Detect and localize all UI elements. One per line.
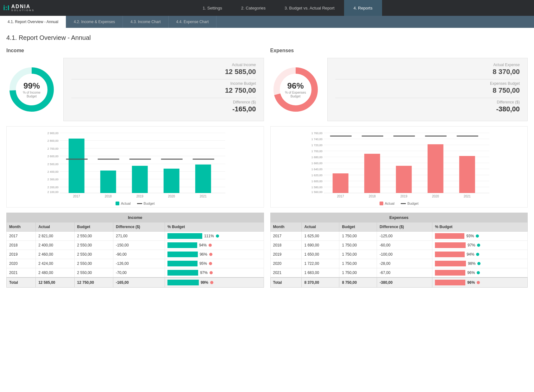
nav-tab-categories[interactable]: 2. Categories	[232, 0, 275, 16]
sub-tab-expense-chart[interactable]: 4.4. Expense Chart	[169, 16, 217, 28]
svg-text:1 760,00: 1 760,00	[311, 132, 322, 135]
income-column: Income 99% % of IncomeBudget	[6, 48, 264, 288]
expenses-total-dot	[477, 281, 480, 284]
expenses-table-row: 2020 1 722,00 1 750,00 -28,00 98%	[270, 259, 528, 268]
income-donut-label: 99% % of IncomeBudget	[23, 81, 41, 98]
income-total-dot	[210, 281, 213, 284]
svg-text:2 200,00: 2 200,00	[47, 186, 59, 189]
income-row-dot	[209, 253, 212, 256]
expenses-col-month: Month	[270, 222, 302, 232]
expenses-row-diff: -100,00	[377, 250, 432, 259]
income-actual-legend-dot	[116, 202, 119, 205]
svg-text:2 900,00: 2 900,00	[47, 132, 59, 135]
expenses-table-row: 2021 1 683,00 1 750,00 -67,00 96%	[270, 268, 528, 278]
expenses-bar-chart: 1 760,00 1 740,00 1 720,00 1 700,00 1 68…	[274, 130, 525, 199]
income-table-header: Income	[7, 213, 264, 222]
expenses-row-actual: 1 683,00	[302, 268, 339, 278]
expenses-row-month: 2017	[270, 232, 302, 241]
sub-tab-income-expenses[interactable]: 4.2. Income & Expenses	[66, 16, 123, 28]
top-navigation: i:I ADNIA SOLUTIONS 1. Settings 2. Categ…	[0, 0, 534, 16]
expenses-budget-value: 8 750,00	[335, 86, 520, 95]
income-actual-legend-label: Actual	[121, 202, 131, 205]
income-row-bar	[167, 270, 198, 276]
svg-text:1 700,00: 1 700,00	[311, 150, 322, 153]
income-row-month: 2021	[7, 268, 36, 278]
income-row-pct: 95%	[165, 259, 264, 268]
svg-text:1 580,00: 1 580,00	[311, 186, 322, 189]
expenses-budget-label: Expenses Budget	[335, 81, 520, 86]
expenses-diff-label: Difference ($)	[335, 100, 520, 104]
income-total-diff: -165,00	[113, 277, 165, 288]
svg-text:1 680,00: 1 680,00	[311, 156, 322, 159]
expenses-row-diff: -67,00	[377, 268, 432, 278]
income-section-title: Income	[6, 48, 264, 53]
expenses-row-dot	[477, 244, 480, 247]
income-diff-value: -165,00	[71, 105, 256, 113]
expenses-bar-2018	[364, 154, 380, 193]
expenses-table-header: Expenses	[270, 213, 528, 222]
svg-text:2 300,00: 2 300,00	[47, 178, 59, 181]
expenses-row-dot	[477, 271, 480, 274]
page-content: 4.1. Report Overview - Annual Income 99%…	[0, 28, 534, 294]
sub-navigation: 4.1. Report Overview - Annual 4.2. Incom…	[0, 16, 534, 28]
svg-text:2019: 2019	[400, 195, 407, 198]
expenses-donut-label: 96% % of ExpensesBudget	[285, 81, 306, 98]
page-title: 4.1. Report Overview - Annual	[6, 34, 528, 41]
svg-text:1 740,00: 1 740,00	[311, 138, 322, 141]
svg-text:2 600,00: 2 600,00	[47, 155, 59, 158]
income-donut-sub: % of IncomeBudget	[23, 91, 41, 98]
expenses-total-actual: 8 370,00	[302, 277, 339, 288]
nav-tab-reports[interactable]: 4. Reports	[344, 0, 382, 16]
expenses-row-pct: 96%	[432, 268, 528, 278]
logo-name: ADNIA	[11, 4, 35, 9]
svg-text:1 620,00: 1 620,00	[311, 174, 322, 177]
expenses-row-bar	[435, 261, 466, 266]
income-chart-legend: Actual Budget	[10, 202, 261, 205]
expenses-table-row: 2017 1 625,00 1 750,00 -125,00 93%	[270, 232, 528, 241]
expenses-row-diff: -60,00	[377, 241, 432, 250]
svg-text:2 400,00: 2 400,00	[47, 170, 59, 173]
expenses-actual-value: 8 370,00	[335, 68, 520, 76]
svg-text:2017: 2017	[73, 195, 80, 198]
expenses-row-actual: 1 690,00	[302, 241, 339, 250]
svg-text:2017: 2017	[337, 195, 344, 198]
expenses-row-month: 2019	[270, 250, 302, 259]
expenses-column: Expenses 96% % of ExpensesBudget Actual	[270, 48, 528, 288]
sub-tab-income-chart[interactable]: 4.3. Income Chart	[123, 16, 168, 28]
income-row-dot	[216, 234, 219, 238]
nav-tab-budget-report[interactable]: 3. Budget vs. Actual Report	[275, 0, 344, 16]
income-bar-chart: 2 900,00 2 800,00 2 700,00 2 600,00 2 50…	[10, 130, 261, 199]
expenses-row-actual: 1 650,00	[302, 250, 339, 259]
expenses-row-dot	[476, 253, 479, 256]
income-row-actual: 2 460,00	[36, 250, 74, 259]
logo-text: ADNIA SOLUTIONS	[11, 4, 35, 12]
nav-tabs: 1. Settings 2. Categories 3. Budget vs. …	[44, 0, 531, 16]
expenses-row-dot	[477, 262, 481, 265]
expenses-row-month: 2021	[270, 268, 302, 278]
income-row-actual: 2 400,00	[36, 241, 74, 250]
expenses-row-budget: 1 750,00	[339, 232, 377, 241]
income-budget-label: Income Budget	[71, 81, 256, 86]
svg-text:2018: 2018	[368, 195, 376, 198]
expenses-donut-wrap: 96% % of ExpensesBudget	[270, 64, 321, 115]
svg-text:2 500,00: 2 500,00	[47, 163, 59, 166]
nav-tab-settings[interactable]: 1. Settings	[193, 0, 231, 16]
income-row-actual: 2 821,00	[36, 232, 74, 241]
expenses-col-diff: Difference ($)	[377, 222, 432, 232]
income-total-actual: 12 585,00	[36, 277, 74, 288]
svg-text:1 560,00: 1 560,00	[311, 190, 322, 194]
expenses-table-row: 2018 1 690,00 1 750,00 -60,00 97%	[270, 241, 528, 250]
expenses-bar-2020	[427, 144, 443, 193]
sub-tab-report-overview[interactable]: 4.1. Report Overview - Annual	[0, 16, 66, 28]
income-table-row: 2020 2 424,00 2 550,00 -126,00 95%	[7, 259, 264, 268]
income-donut-pct: 99%	[23, 81, 41, 91]
income-row-bar	[167, 261, 198, 266]
svg-text:2 700,00: 2 700,00	[47, 147, 59, 150]
income-table-row: 2018 2 400,00 2 550,00 -150,00 94%	[7, 241, 264, 250]
svg-text:1 720,00: 1 720,00	[311, 144, 322, 147]
expenses-legend-budget: Budget	[401, 202, 418, 205]
income-row-bar	[167, 252, 198, 257]
income-row-dot	[209, 262, 212, 265]
income-row-budget: 2 550,00	[74, 241, 113, 250]
svg-text:2018: 2018	[105, 195, 112, 198]
